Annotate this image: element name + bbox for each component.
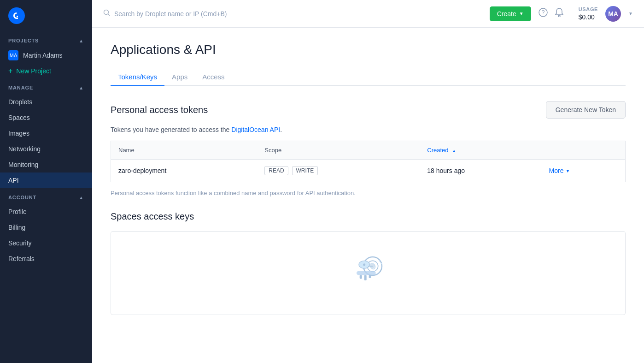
- main-area: Search by Droplet name or IP (Cmd+B) Cre…: [92, 0, 644, 363]
- project-icon: MA: [8, 50, 18, 60]
- manage-chevron-icon: ▲: [79, 85, 84, 90]
- description-suffix: .: [280, 126, 282, 133]
- col-created[interactable]: Created ▲: [420, 141, 541, 160]
- more-dropdown-icon: ▼: [565, 168, 570, 173]
- new-project-button[interactable]: + New Project: [0, 64, 92, 78]
- sidebar-item-referrals[interactable]: Referrals: [0, 251, 92, 267]
- header-right: Create ▼ ? USAGE $0.00 MA: [490, 6, 633, 22]
- sidebar-item-images[interactable]: Images: [0, 125, 92, 141]
- svg-rect-13: [364, 275, 367, 280]
- more-label: More: [549, 167, 564, 174]
- key-illustration: [345, 250, 391, 296]
- tab-apps[interactable]: Apps: [164, 68, 195, 86]
- sidebar-item-droplets[interactable]: Droplets: [0, 94, 92, 110]
- more-button[interactable]: More ▼: [549, 167, 570, 174]
- tab-access[interactable]: Access: [195, 68, 232, 86]
- svg-point-17: [363, 263, 365, 266]
- sidebar-logo: [0, 0, 92, 31]
- notification-icon[interactable]: [555, 8, 563, 19]
- help-icon[interactable]: ?: [539, 8, 548, 19]
- sidebar: PROJECTS ▲ MA Martin Adams + New Project…: [0, 0, 92, 363]
- svg-line-4: [108, 14, 110, 16]
- scope-write-badge: WRITE: [292, 166, 318, 175]
- sidebar-item-billing-label: Billing: [8, 224, 25, 231]
- svg-rect-1: [17, 18, 18, 19]
- tokens-description: Tokens you have generated to access the …: [111, 126, 626, 133]
- main-content: Applications & API Tokens/Keys Apps Acce…: [92, 28, 644, 363]
- projects-chevron-icon: ▲: [79, 38, 84, 43]
- col-name: Name: [111, 141, 258, 160]
- tab-access-label: Access: [202, 73, 224, 81]
- svg-rect-14: [369, 275, 371, 278]
- sidebar-item-billing[interactable]: Billing: [0, 220, 92, 235]
- tabs: Tokens/Keys Apps Access: [111, 68, 626, 86]
- projects-section-header: PROJECTS ▲: [0, 31, 92, 47]
- tokens-table: Name Scope Created ▲ zaro-deployment REA…: [111, 141, 626, 182]
- sidebar-item-referrals-label: Referrals: [8, 255, 35, 262]
- avatar[interactable]: MA: [605, 6, 621, 22]
- svg-rect-11: [357, 271, 376, 275]
- page-title: Applications & API: [111, 42, 626, 57]
- table-row: zaro-deployment READ WRITE 18 hours ago …: [111, 160, 626, 182]
- header-divider: [571, 7, 571, 20]
- tab-apps-label: Apps: [172, 73, 187, 81]
- sidebar-item-networking[interactable]: Networking: [0, 141, 92, 157]
- token-scope: READ WRITE: [257, 160, 420, 182]
- sidebar-item-security-label: Security: [8, 239, 32, 247]
- create-button[interactable]: Create ▼: [490, 6, 531, 21]
- sidebar-item-droplets-label: Droplets: [8, 98, 32, 106]
- usage-block: USAGE $0.00: [579, 6, 598, 21]
- sidebar-item-spaces[interactable]: Spaces: [0, 110, 92, 125]
- sidebar-item-profile[interactable]: Profile: [0, 204, 92, 220]
- create-label: Create: [497, 10, 516, 18]
- sort-arrow-icon: ▲: [452, 149, 456, 153]
- avatar-initials: MA: [608, 10, 618, 18]
- app-logo-icon: [8, 7, 25, 24]
- token-name: zaro-deployment: [111, 160, 258, 182]
- search-bar[interactable]: Search by Droplet name or IP (Cmd+B): [103, 9, 227, 18]
- manage-section-header: MANAGE ▲: [0, 78, 92, 94]
- usage-label: USAGE: [579, 6, 598, 12]
- svg-point-20: [381, 263, 382, 264]
- search-icon: [103, 9, 111, 18]
- sidebar-item-images-label: Images: [8, 130, 29, 137]
- tab-tokens-keys[interactable]: Tokens/Keys: [111, 68, 164, 86]
- token-actions: More ▼: [542, 160, 626, 182]
- account-section-header: ACCOUNT ▲: [0, 188, 92, 204]
- new-project-plus-icon: +: [8, 67, 12, 75]
- svg-rect-2: [17, 16, 18, 17]
- personal-tokens-header-row: Personal access tokens Generate New Toke…: [111, 101, 626, 119]
- search-placeholder: Search by Droplet name or IP (Cmd+B): [114, 10, 227, 18]
- token-created: 18 hours ago: [420, 160, 541, 182]
- sidebar-item-api[interactable]: API: [0, 173, 92, 188]
- header: Search by Droplet name or IP (Cmd+B) Cre…: [92, 0, 644, 28]
- svg-rect-12: [360, 275, 362, 279]
- col-actions: [542, 141, 626, 160]
- sidebar-item-security[interactable]: Security: [0, 235, 92, 251]
- scope-read-badge: READ: [264, 166, 288, 175]
- new-project-label: New Project: [16, 67, 51, 75]
- spaces-keys-title: Spaces access keys: [111, 211, 626, 222]
- sidebar-item-spaces-label: Spaces: [8, 114, 30, 121]
- manage-label: MANAGE: [8, 85, 33, 90]
- generate-token-button[interactable]: Generate New Token: [546, 101, 626, 119]
- sidebar-item-profile-label: Profile: [8, 208, 27, 215]
- token-note: Personal access tokens function like a c…: [111, 190, 626, 196]
- col-scope: Scope: [257, 141, 420, 160]
- projects-label: PROJECTS: [8, 38, 39, 43]
- sidebar-item-networking-label: Networking: [8, 145, 41, 153]
- spaces-empty-state: [111, 231, 626, 315]
- create-dropdown-icon: ▼: [519, 11, 524, 16]
- sidebar-item-monitoring[interactable]: Monitoring: [0, 157, 92, 173]
- svg-point-19: [379, 260, 380, 262]
- svg-point-7: [558, 15, 560, 17]
- svg-text:?: ?: [541, 9, 544, 16]
- avatar-dropdown-icon[interactable]: ▼: [628, 11, 633, 16]
- description-prefix: Tokens you have generated to access the: [111, 126, 231, 133]
- svg-point-21: [378, 258, 379, 259]
- tab-tokens-keys-label: Tokens/Keys: [118, 73, 157, 81]
- sidebar-item-api-label: API: [8, 177, 19, 184]
- account-label: ACCOUNT: [8, 195, 36, 200]
- sidebar-project-item[interactable]: MA Martin Adams: [0, 47, 92, 64]
- api-link[interactable]: DigitalOcean API: [231, 126, 280, 133]
